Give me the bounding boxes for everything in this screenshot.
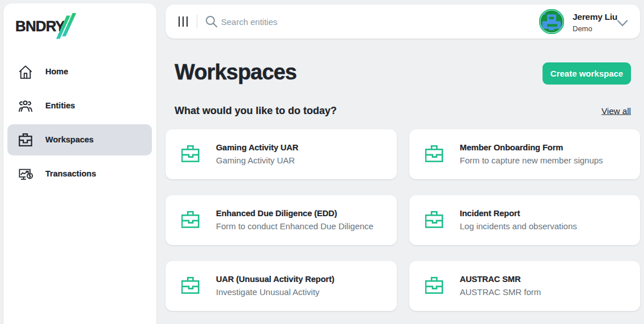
svg-text:BNDRY: BNDRY <box>15 18 65 35</box>
